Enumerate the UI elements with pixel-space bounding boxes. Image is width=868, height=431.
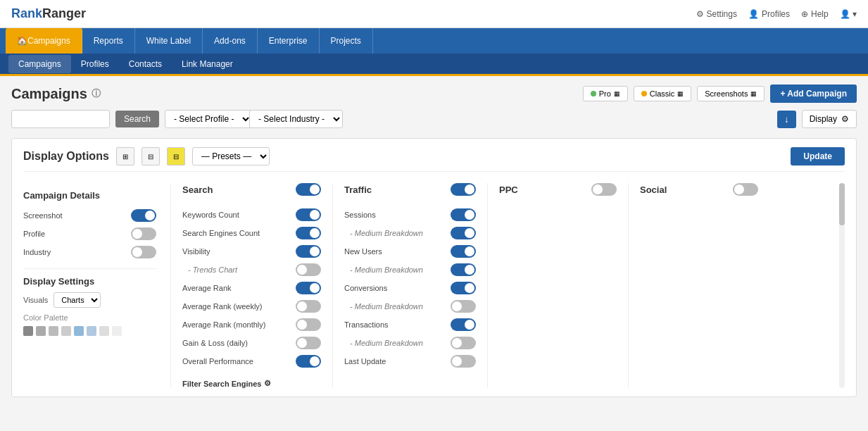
traffic-item-toggle-5[interactable]: [451, 300, 476, 313]
classic-button[interactable]: Classic ▦: [634, 86, 691, 101]
filter-bar: Search - Select Profile - - Select Indus…: [11, 110, 857, 128]
logo-ranger: Ranger: [42, 6, 86, 20]
update-label: Update: [803, 151, 832, 161]
traffic-item-label: Conversions: [344, 284, 387, 292]
view-icon-btn-2[interactable]: ⊟: [141, 147, 160, 165]
color-swatch[interactable]: [112, 326, 122, 336]
display-settings-title: Display Settings: [23, 276, 156, 287]
secondary-nav-profiles[interactable]: Profiles: [71, 55, 119, 73]
display-options-panel: Display Options ⊞ ⊟ ⊟ — Presets — Update…: [11, 138, 857, 397]
screenshot-toggle[interactable]: [131, 209, 156, 222]
settings-link[interactable]: ⚙ Settings: [696, 9, 737, 19]
color-swatch[interactable]: [99, 326, 109, 336]
pro-button[interactable]: Pro ▦: [583, 86, 628, 101]
traffic-item-row: New Users: [344, 242, 476, 261]
secondary-nav-link-manager[interactable]: Link Manager: [172, 55, 243, 73]
industry-select[interactable]: - Select Industry -: [249, 110, 343, 128]
traffic-item-toggle-6[interactable]: [451, 318, 476, 331]
traffic-col-toggle[interactable]: [451, 183, 476, 196]
help-link[interactable]: ⊕ Help: [801, 9, 829, 19]
search-item-toggle-2[interactable]: [296, 245, 321, 258]
secondary-nav-campaigns[interactable]: Campaigns: [8, 55, 71, 73]
screenshots-button[interactable]: Screenshots ▦: [697, 86, 765, 101]
page-content: Campaigns ⓘ Pro ▦ Classic ▦ Screenshots …: [0, 76, 868, 406]
search-col-toggle[interactable]: [296, 183, 321, 196]
secondary-nav-contacts[interactable]: Contacts: [119, 55, 172, 73]
view-icon-btn-3[interactable]: ⊟: [167, 147, 185, 165]
traffic-item-toggle-0[interactable]: [451, 208, 476, 221]
download-icon: ↓: [784, 114, 789, 125]
primary-nav-whitelabel-label: White Label: [146, 36, 191, 46]
search-button-label: Search: [124, 114, 151, 124]
profile-toggle[interactable]: [131, 227, 156, 240]
search-item-label: - Trends Chart: [182, 266, 237, 274]
search-item-toggle-5[interactable]: [296, 300, 321, 313]
secondary-nav: Campaigns Profiles Contacts Link Manager: [0, 54, 868, 76]
page-title-text: Campaigns: [11, 86, 87, 102]
color-swatch[interactable]: [49, 326, 58, 336]
search-input[interactable]: [11, 110, 110, 128]
primary-nav-campaigns[interactable]: 🏠 Campaigns: [6, 28, 82, 54]
filter-search-engines-row: Filter Search Engines ⚙: [182, 379, 321, 388]
search-column: Search Keywords CountSearch Engines Coun…: [171, 183, 333, 388]
traffic-item-toggle-8[interactable]: [451, 355, 476, 368]
user-icon: 👤 ▾: [840, 9, 857, 19]
color-swatch[interactable]: [74, 326, 84, 336]
search-item-label: Visibility: [182, 247, 210, 256]
filter-bar-right: ↓ Display ⚙: [777, 110, 857, 128]
industry-label: Industry: [23, 248, 51, 256]
search-item-toggle-0[interactable]: [296, 208, 321, 221]
search-item-toggle-6[interactable]: [296, 318, 321, 331]
color-swatch[interactable]: [61, 326, 71, 336]
display-button[interactable]: Display ⚙: [802, 110, 857, 128]
search-item-toggle-7[interactable]: [296, 337, 321, 349]
profiles-icon: 👤: [748, 9, 759, 19]
download-button[interactable]: ↓: [777, 111, 796, 128]
top-bar-right: ⚙ Settings 👤 Profiles ⊕ Help 👤 ▾: [696, 9, 857, 19]
color-swatch[interactable]: [87, 326, 96, 336]
traffic-item-toggle-4[interactable]: [451, 282, 476, 294]
search-item-toggle-8[interactable]: [296, 355, 321, 368]
traffic-item-toggle-1[interactable]: [451, 227, 476, 239]
traffic-item-toggle-2[interactable]: [451, 245, 476, 258]
help-label: Help: [811, 9, 829, 19]
color-swatch[interactable]: [36, 326, 46, 336]
social-col-toggle[interactable]: [733, 183, 758, 196]
search-button[interactable]: Search: [115, 111, 159, 127]
search-item-label: Overall Performance: [182, 357, 253, 366]
visuals-label: Visuals: [23, 296, 48, 304]
update-button[interactable]: Update: [791, 147, 845, 165]
primary-nav-reports[interactable]: Reports: [82, 28, 135, 54]
primary-nav-addons[interactable]: Add-ons: [203, 28, 258, 54]
add-campaign-button[interactable]: + Add Campaign: [770, 85, 857, 103]
industry-toggle[interactable]: [131, 246, 156, 258]
profile-select[interactable]: - Select Profile -: [165, 110, 252, 128]
display-options-header: Display Options ⊞ ⊟ ⊟ — Presets — Update: [23, 147, 845, 172]
search-col-title: Search: [182, 185, 213, 195]
primary-nav-enterprise[interactable]: Enterprise: [258, 28, 320, 54]
scrollbar-thumb[interactable]: [839, 183, 845, 225]
ppc-col-toggle[interactable]: [591, 183, 617, 196]
traffic-item-label: Last Update: [344, 357, 386, 366]
traffic-item-row: - Medium Breakdown: [344, 297, 476, 316]
visuals-select[interactable]: Charts: [54, 292, 101, 308]
settings-label: Settings: [707, 9, 737, 19]
screenshots-icon: ▦: [750, 90, 757, 97]
profile-label: Profile: [23, 230, 45, 238]
traffic-item-toggle-7[interactable]: [451, 337, 476, 349]
search-item-toggle-1[interactable]: [296, 227, 321, 239]
traffic-item-toggle-3[interactable]: [451, 263, 476, 276]
search-item-toggle-4[interactable]: [296, 282, 321, 294]
primary-nav-whitelabel[interactable]: White Label: [135, 28, 203, 54]
primary-nav-addons-label: Add-ons: [214, 36, 246, 46]
view-icon-btn-1[interactable]: ⊞: [116, 147, 134, 165]
scrollbar-track[interactable]: [839, 183, 845, 388]
search-item-toggle-3[interactable]: [296, 263, 321, 276]
presets-select[interactable]: — Presets —: [192, 147, 270, 165]
profiles-link[interactable]: 👤 Profiles: [748, 9, 790, 19]
user-link[interactable]: 👤 ▾: [840, 9, 857, 19]
color-swatch[interactable]: [23, 326, 33, 336]
primary-nav-projects[interactable]: Projects: [320, 28, 373, 54]
ppc-column: PPC: [488, 183, 629, 388]
search-item-row: Visibility: [182, 242, 321, 261]
